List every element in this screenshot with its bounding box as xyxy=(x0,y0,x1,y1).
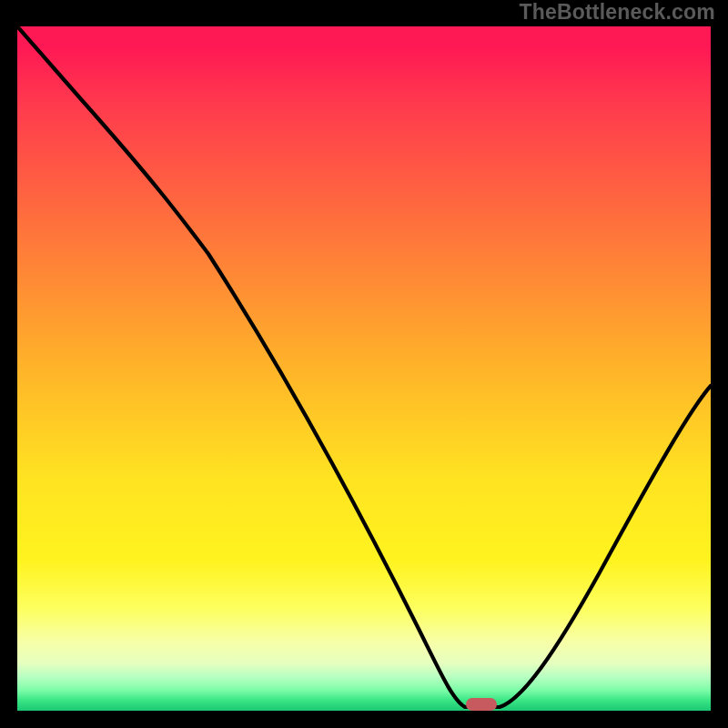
bottleneck-curve xyxy=(17,26,711,711)
watermark-text: TheBottleneck.com xyxy=(519,0,715,25)
optimal-point-marker xyxy=(466,698,497,711)
chart-frame xyxy=(13,22,715,715)
curve-path xyxy=(17,26,711,707)
